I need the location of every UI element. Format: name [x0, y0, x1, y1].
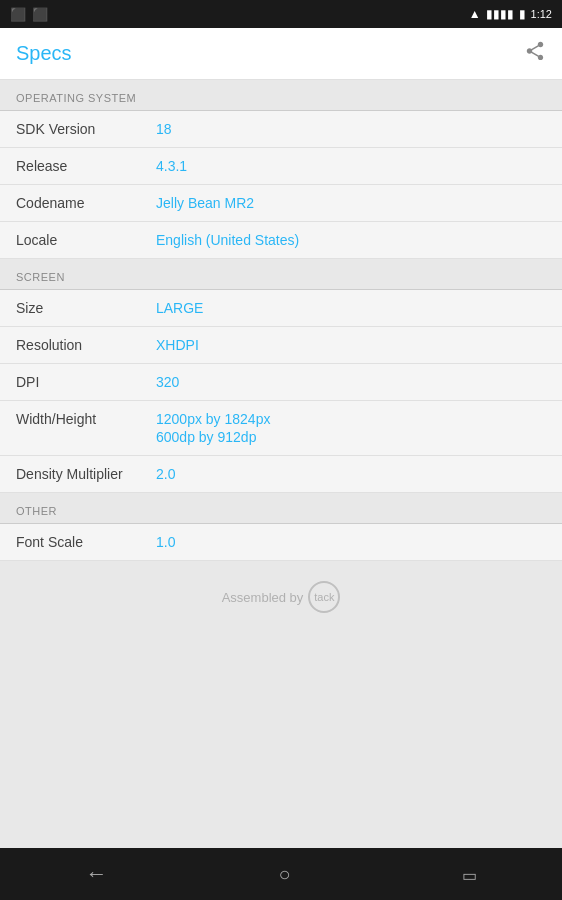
label-font-scale: Font Scale	[16, 534, 156, 550]
row-resolution: Resolution XHDPI	[0, 327, 562, 364]
label-sdk-version: SDK Version	[16, 121, 156, 137]
row-font-scale: Font Scale 1.0	[0, 524, 562, 561]
row-sdk-version: SDK Version 18	[0, 111, 562, 148]
value-resolution: XHDPI	[156, 337, 546, 353]
label-locale: Locale	[16, 232, 156, 248]
section-header-screen: SCREEN	[0, 259, 562, 290]
page-title: Specs	[16, 42, 72, 65]
tack-logo: tack	[308, 581, 340, 613]
section-header-os: OPERATING SYSTEM	[0, 80, 562, 111]
value-sdk-version: 18	[156, 121, 546, 137]
notification-icon-2: ⬛	[32, 7, 48, 22]
status-bar-right: ▲ ▮▮▮▮ ▮ 1:12	[469, 7, 552, 21]
assembled-by: Assembled by tack	[0, 561, 562, 633]
value-density: 2.0	[156, 466, 546, 482]
label-dpi: DPI	[16, 374, 156, 390]
signal-icon: ▮▮▮▮	[486, 7, 514, 21]
notification-icon-1: ⬛	[10, 7, 26, 22]
status-bar: ⬛ ⬛ ▲ ▮▮▮▮ ▮ 1:12	[0, 0, 562, 28]
value-release: 4.3.1	[156, 158, 546, 174]
label-resolution: Resolution	[16, 337, 156, 353]
content-area: OPERATING SYSTEM SDK Version 18 Release …	[0, 80, 562, 848]
row-release: Release 4.3.1	[0, 148, 562, 185]
value-width-height: 1200px by 1824px 600dp by 912dp	[156, 411, 546, 445]
share-button[interactable]	[524, 40, 546, 67]
assembled-text: Assembled by	[222, 590, 304, 605]
value-size: LARGE	[156, 300, 546, 316]
label-release: Release	[16, 158, 156, 174]
label-density: Density Multiplier	[16, 466, 156, 482]
battery-icon: ▮	[519, 7, 526, 21]
app-bar: Specs	[0, 28, 562, 80]
row-width-height: Width/Height 1200px by 1824px 600dp by 9…	[0, 401, 562, 456]
value-dpi: 320	[156, 374, 546, 390]
wifi-icon: ▲	[469, 7, 481, 21]
back-button[interactable]	[65, 851, 127, 897]
value-dp: 600dp by 912dp	[156, 429, 546, 445]
clock: 1:12	[531, 8, 552, 20]
row-locale: Locale English (United States)	[0, 222, 562, 259]
label-codename: Codename	[16, 195, 156, 211]
row-density: Density Multiplier 2.0	[0, 456, 562, 493]
recents-button[interactable]	[442, 851, 497, 897]
nav-bar	[0, 848, 562, 900]
row-dpi: DPI 320	[0, 364, 562, 401]
status-bar-left: ⬛ ⬛	[10, 7, 48, 22]
home-button[interactable]	[258, 851, 310, 897]
value-font-scale: 1.0	[156, 534, 546, 550]
row-size: Size LARGE	[0, 290, 562, 327]
label-width-height: Width/Height	[16, 411, 156, 427]
value-codename: Jelly Bean MR2	[156, 195, 546, 211]
section-header-other: OTHER	[0, 493, 562, 524]
row-codename: Codename Jelly Bean MR2	[0, 185, 562, 222]
label-size: Size	[16, 300, 156, 316]
value-px: 1200px by 1824px	[156, 411, 546, 427]
value-locale: English (United States)	[156, 232, 546, 248]
